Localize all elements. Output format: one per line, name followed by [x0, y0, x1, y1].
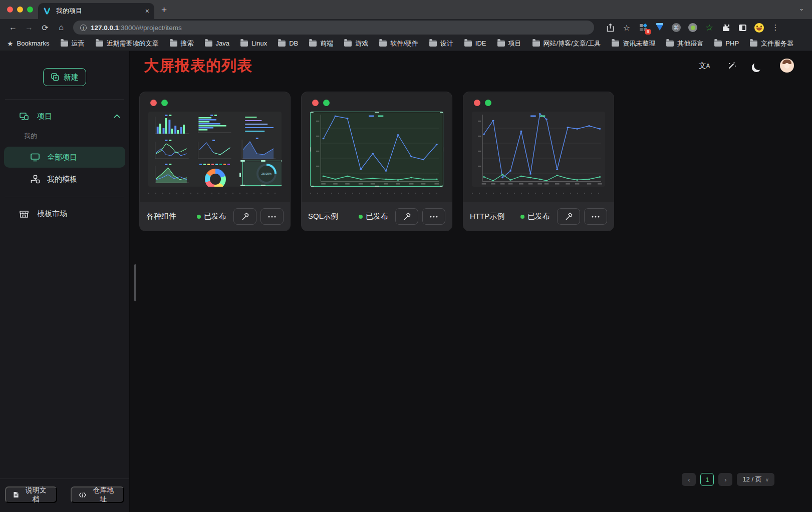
bookmark-folder[interactable]: 资讯未整理 — [612, 39, 655, 48]
status-badge: 已发布 — [197, 212, 226, 221]
folder-icon — [750, 41, 757, 47]
donut-legend — [199, 164, 230, 165]
url-text: 127.0.0.1:3000/#/project/items — [91, 24, 182, 32]
bookmark-folder[interactable]: 游戏 — [344, 39, 368, 48]
app-root: 新建 项目 我的 — [0, 51, 812, 512]
tab-search-icon[interactable]: ⌄ — [799, 5, 804, 12]
bookmark-folder[interactable]: 近期需要读的文章 — [96, 39, 159, 48]
bookmark-folder[interactable]: 项目 — [497, 39, 521, 48]
prev-page-button[interactable]: ‹ — [682, 473, 696, 486]
extension-star-icon[interactable]: ☆ — [704, 23, 714, 33]
tab-close-icon[interactable]: × — [145, 7, 149, 15]
window-controls — [7, 7, 33, 13]
user-avatar[interactable] — [780, 59, 794, 73]
bookmark-folder[interactable]: 设计 — [429, 39, 453, 48]
url-host: 127.0.0.1 — [91, 24, 119, 32]
bookmark-folder[interactable]: IDE — [464, 40, 486, 47]
red-dot — [474, 100, 480, 106]
bookmark-folder[interactable]: 运营 — [61, 39, 85, 48]
bookmark-folder[interactable]: 网站/博客/文章/工具 — [532, 39, 601, 48]
bookmark-folder[interactable]: 软件/硬件 — [379, 39, 418, 48]
back-button[interactable]: ← — [6, 21, 20, 35]
project-name: 各种组件 — [146, 212, 193, 221]
folder-icon — [532, 41, 540, 47]
content-area: 25.00% 各种组件 已发布 — [130, 80, 812, 512]
edit-project-button[interactable] — [557, 208, 580, 225]
url-path: :3000/#/project/items — [119, 24, 181, 32]
docs-button[interactable]: 说明文档 — [5, 486, 57, 503]
repo-button[interactable]: 仓库地址 — [71, 486, 124, 503]
more-options-button[interactable] — [584, 208, 607, 225]
page-size-select[interactable]: 12 / 页 ∨ — [737, 473, 774, 486]
toolbar-right: ☆ 9 ⌘ ☆ ⋮ — [601, 23, 780, 33]
extensions-puzzle-icon[interactable] — [721, 23, 731, 33]
monitor-icon — [30, 153, 40, 162]
status-dot — [197, 215, 201, 219]
status-badge: 已发布 — [359, 212, 388, 221]
minimize-window-button[interactable] — [17, 7, 23, 13]
sidebar-item-template-market[interactable]: 模板市场 — [0, 202, 129, 225]
sidebar-item-my-templates[interactable]: 我的模板 — [4, 169, 125, 190]
zoom-window-button[interactable] — [27, 7, 33, 13]
language-toggle-icon[interactable]: 文A — [699, 61, 710, 71]
reload-button[interactable]: ⟳ — [38, 21, 52, 35]
extension-gem-icon[interactable] — [655, 23, 665, 33]
bookmark-star-icon[interactable]: ☆ — [622, 23, 632, 33]
gauge-chart: 25.00% — [256, 164, 277, 184]
sidebar-item-projects[interactable]: 项目 — [0, 105, 129, 128]
extension-record-icon[interactable] — [688, 23, 698, 33]
edit-project-button[interactable] — [233, 208, 256, 225]
side-panel-icon[interactable] — [737, 23, 747, 33]
forward-button[interactable]: → — [22, 21, 36, 35]
ellipsis-icon — [592, 216, 600, 218]
folder-icon — [96, 41, 103, 47]
bookmark-folder[interactable]: PHP — [714, 40, 739, 47]
browser-tab[interactable]: 我的项目 × — [38, 3, 154, 19]
more-options-button[interactable] — [422, 208, 445, 225]
favicon — [43, 7, 51, 15]
sidebar-item-all-projects[interactable]: 全部项目 — [4, 147, 125, 168]
bookmark-folder[interactable]: 搜索 — [170, 39, 194, 48]
close-window-button[interactable] — [7, 7, 13, 13]
bookmark-folder[interactable]: 前端 — [309, 39, 333, 48]
theme-wand-icon[interactable] — [727, 61, 737, 71]
sidebar-divider — [5, 197, 124, 197]
bookmark-folder[interactable]: 文件服务器 — [750, 39, 793, 48]
share-icon[interactable] — [605, 23, 615, 33]
next-page-button[interactable]: › — [718, 473, 732, 486]
hammer-icon — [403, 212, 411, 221]
edit-project-button[interactable] — [395, 208, 418, 225]
line-chart-preview — [310, 112, 443, 187]
more-options-button[interactable] — [260, 208, 284, 225]
site-info-icon[interactable]: i — [80, 25, 87, 31]
extension-grid-icon[interactable]: 9 — [638, 23, 648, 33]
home-button[interactable]: ⌂ — [54, 21, 68, 35]
browser-menu-icon[interactable]: ⋮ — [770, 23, 780, 33]
bookmark-folder[interactable]: 其他语言 — [666, 39, 703, 48]
address-bar[interactable]: i 127.0.0.1:3000/#/project/items — [73, 21, 594, 35]
new-tab-button[interactable]: + — [161, 5, 167, 16]
project-card[interactable]: HTTP示例 已发布 — [463, 92, 614, 231]
profile-avatar-icon[interactable] — [754, 23, 764, 33]
new-project-button[interactable]: 新建 — [43, 68, 86, 86]
dotted-divider — [310, 193, 443, 194]
page-header: 大屏报表的列表 文A — [130, 51, 812, 80]
current-page[interactable]: 1 — [700, 473, 714, 486]
bookmark-folder[interactable]: DB — [278, 40, 298, 47]
dark-mode-moon-icon[interactable] — [754, 61, 763, 70]
card-thumbnail — [472, 112, 605, 187]
project-card[interactable]: 25.00% 各种组件 已发布 — [139, 92, 291, 231]
project-card-list: 25.00% 各种组件 已发布 — [130, 80, 812, 231]
card-thumbnail: 25.00% — [148, 112, 282, 187]
bookmark-folder[interactable]: Java — [205, 40, 229, 47]
bookmark-folder[interactable]: Linux — [240, 40, 267, 47]
folder-icon — [240, 41, 248, 47]
project-name: HTTP示例 — [470, 212, 516, 221]
bookmarks-manager[interactable]: ★ Bookmarks — [7, 40, 50, 48]
page-title: 大屏报表的列表 — [144, 56, 252, 76]
sidebar: 新建 项目 我的 — [0, 51, 130, 512]
extension-command-icon[interactable]: ⌘ — [671, 23, 681, 33]
scrollbar-thumb[interactable] — [134, 264, 136, 301]
project-card[interactable]: SQL示例 已发布 — [301, 92, 452, 231]
folder-icon — [344, 41, 352, 47]
